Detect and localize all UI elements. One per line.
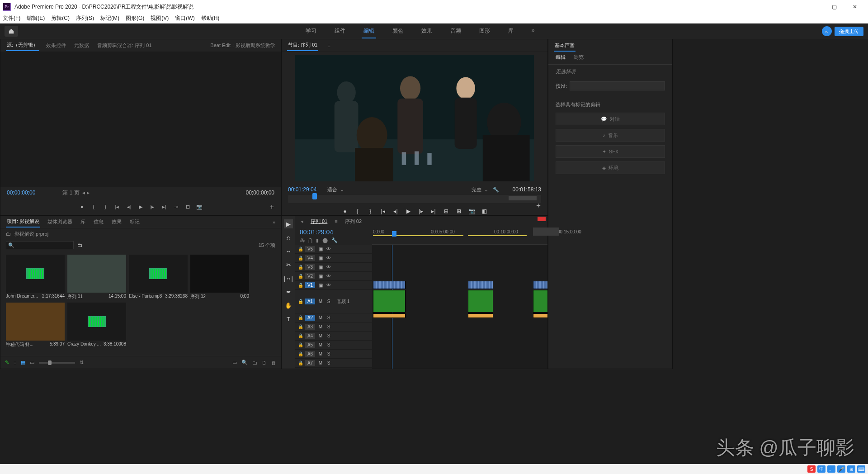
track-select-tool[interactable]: ⎌: [284, 233, 293, 242]
freeform-view-icon[interactable]: ▭: [30, 360, 34, 365]
tab-libraries[interactable]: 库: [80, 217, 86, 227]
step-fwd-icon[interactable]: |▸: [418, 208, 424, 214]
in-point-icon[interactable]: {: [354, 208, 361, 214]
work-area[interactable]: [468, 235, 527, 236]
tab-effects[interactable]: 效果: [111, 217, 123, 227]
track-v1[interactable]: 🔒V1▣👁: [295, 281, 372, 290]
snap-icon[interactable]: ⁂: [300, 237, 305, 243]
play-icon[interactable]: ▶: [405, 208, 411, 214]
goto-in-icon[interactable]: |◂: [380, 208, 386, 214]
sort-icon[interactable]: ⇅: [80, 360, 84, 365]
ess-btn-dialogue[interactable]: 💬对话: [556, 113, 665, 125]
menu-edit[interactable]: 编辑(E): [27, 14, 45, 22]
menu-file[interactable]: 文件(F): [3, 14, 20, 22]
play-icon[interactable]: ▶: [137, 204, 144, 210]
track-v5[interactable]: 🔒V5▣👁: [295, 245, 372, 254]
icon-view-icon[interactable]: ▦: [21, 360, 25, 365]
maximize-button[interactable]: ▢: [824, 0, 844, 14]
track-v4[interactable]: 🔒V4▣👁: [295, 254, 372, 263]
timeline-timecode[interactable]: 00:01:29:04: [300, 228, 368, 236]
compare-icon[interactable]: ◧: [481, 208, 487, 214]
track-a3[interactable]: 🔒A3MS: [295, 322, 372, 332]
step-back-icon[interactable]: ◂|: [392, 208, 399, 214]
menu-view[interactable]: 视图(V): [151, 14, 169, 22]
tab-info[interactable]: 信息: [93, 217, 104, 227]
track-v2[interactable]: 🔒V2▣👁: [295, 272, 372, 281]
find-icon[interactable]: 🔍: [241, 360, 248, 365]
timeline-clips-area[interactable]: [372, 245, 547, 369]
video-clip[interactable]: [373, 281, 406, 289]
video-clip[interactable]: [468, 281, 493, 289]
ess-btn-music[interactable]: ♪音乐: [556, 129, 665, 142]
tab-project[interactable]: 项目: 影视解说: [6, 216, 40, 228]
program-viewer[interactable]: [295, 55, 534, 181]
program-playhead[interactable]: [312, 193, 317, 199]
menu-window[interactable]: 窗口(W): [175, 14, 194, 22]
timeline-tab-seq2[interactable]: 序列 02: [345, 218, 362, 225]
ws-color[interactable]: 颜色: [391, 24, 405, 38]
track-a4[interactable]: 🔒A4MS: [295, 332, 372, 341]
list-view-icon[interactable]: ≡: [14, 360, 16, 365]
tab-source[interactable]: 源:（无剪辑）: [6, 40, 39, 51]
overwrite-icon[interactable]: ⊟: [184, 204, 191, 210]
tab-program[interactable]: 节目: 序列 01: [287, 40, 318, 51]
project-item[interactable]: John Dreamer...2:17:31644: [6, 255, 65, 300]
audio-clip[interactable]: [373, 313, 406, 318]
goto-out-icon[interactable]: ▸|: [161, 204, 167, 210]
tab-audio-mixer[interactable]: 音频剪辑混合器: 序列 01: [96, 40, 152, 51]
source-tc-left[interactable]: 00;00;00;00: [7, 190, 35, 196]
menu-help[interactable]: 帮助(H): [201, 14, 220, 22]
thumbnail-size-slider[interactable]: [39, 362, 75, 364]
lift-icon[interactable]: ⊟: [443, 208, 449, 214]
bin-icon[interactable]: 🗀: [6, 231, 11, 237]
in-point-icon[interactable]: {: [90, 204, 97, 210]
audio-clip[interactable]: [533, 290, 547, 313]
tab-media-browser[interactable]: 媒体浏览器: [47, 217, 73, 227]
close-button[interactable]: ✕: [844, 0, 865, 14]
audio-clip[interactable]: [533, 313, 547, 318]
chevron-down-icon[interactable]: ⌄: [340, 187, 344, 193]
ws-graphics[interactable]: 图形: [477, 24, 492, 38]
timeline-tab-seq1[interactable]: 序列 01: [311, 218, 327, 225]
ws-effects[interactable]: 效果: [420, 24, 434, 38]
hand-tool[interactable]: ✋: [284, 301, 293, 310]
type-tool[interactable]: T: [284, 314, 293, 323]
extract-icon[interactable]: ⊞: [456, 208, 462, 214]
menu-graphics[interactable]: 图形(G): [126, 14, 144, 22]
goto-in-icon[interactable]: |◂: [114, 204, 120, 210]
program-resolution[interactable]: 完整: [472, 186, 481, 193]
project-item[interactable]: 序列 0114:15:00: [67, 255, 126, 300]
linked-selection-icon[interactable]: ⋂: [308, 237, 312, 243]
program-tc-left[interactable]: 00:01:29:04: [288, 186, 316, 193]
wrench-icon[interactable]: 🔧: [331, 237, 338, 243]
home-button[interactable]: [5, 26, 18, 37]
cloud-icon[interactable]: ∞: [822, 26, 832, 36]
track-a7[interactable]: 🔒A7MS: [295, 359, 372, 368]
project-item[interactable]: 序列 020:00: [190, 255, 249, 300]
ess-btn-sfx[interactable]: ✦SFX: [556, 145, 665, 158]
timeline-ruler[interactable]: 00:00 00:05:00:00 00:10:00:00 00:15:00:0…: [372, 227, 547, 245]
ess-btn-ambience[interactable]: ◈环境: [556, 161, 665, 174]
page-prev-icon[interactable]: ◂: [82, 190, 85, 196]
ime-bar[interactable]: S中。 🎤⊞⌨: [807, 465, 868, 473]
page-next-icon[interactable]: ▸: [87, 190, 90, 196]
video-clip[interactable]: [533, 281, 547, 289]
timeline-playhead[interactable]: [392, 231, 396, 237]
audio-clip[interactable]: [468, 290, 493, 313]
ess-tab-browse[interactable]: 浏览: [574, 54, 584, 61]
ws-audio[interactable]: 音频: [448, 24, 463, 38]
project-item[interactable]: Else - Paris.mp33:29:38268: [129, 255, 188, 300]
button-editor-icon[interactable]: ＋: [535, 201, 542, 210]
export-frame-icon[interactable]: 📷: [196, 204, 203, 210]
step-back-icon[interactable]: ◂|: [126, 204, 132, 210]
project-item[interactable]: Crazy Donkey ...3:38:10008: [67, 303, 126, 348]
tab-essential-sound[interactable]: 基本声音: [554, 40, 576, 52]
audio-clip[interactable]: [468, 313, 493, 318]
menu-marker[interactable]: 标记(M): [100, 14, 119, 22]
ws-libraries[interactable]: 库: [506, 24, 515, 38]
cloud-upload-button[interactable]: 拖拽上传: [835, 27, 863, 36]
menu-clip[interactable]: 剪辑(C): [51, 14, 70, 22]
tabs-overflow[interactable]: »: [273, 219, 275, 225]
project-item[interactable]: 神秘代码 抖...5:39:07: [6, 303, 65, 348]
auto-sequence-icon[interactable]: ▭: [232, 360, 237, 365]
